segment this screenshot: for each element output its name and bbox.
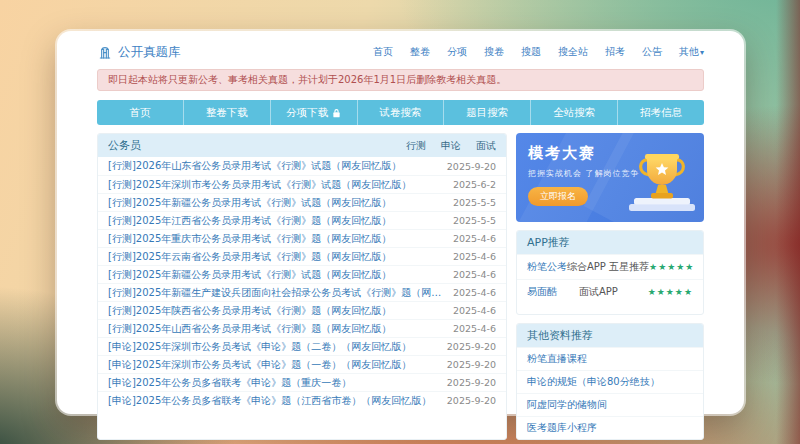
resource-row: 申论的规矩（申论80分绝技） bbox=[517, 370, 703, 393]
banner-subtitle: 把握实战机会 了解岗位竞争 bbox=[528, 168, 692, 179]
exam-row: [申论]2025年深圳市公务员考试《申论》题（二卷）（网友回忆版）2025-9-… bbox=[98, 337, 506, 355]
exam-row: [行测]2026年山东省公务员录用考试《行测》试题（网友回忆版）2025-9-2… bbox=[98, 157, 506, 175]
exam-link[interactable]: [行测]2025年深圳市考公务员录用考试《行测》试题（网友回忆版） bbox=[108, 178, 411, 192]
tab-mianshi[interactable]: 面试 bbox=[476, 139, 496, 153]
app-name-link[interactable]: 易面酷 bbox=[527, 285, 579, 299]
exam-link[interactable]: [行测]2026年山东省公务员录用考试《行测》试题（网友回忆版） bbox=[108, 159, 401, 173]
exam-row: [行测]2025年陕西省公务员录用考试《行测》题（网友回忆版）2025-4-6 bbox=[98, 301, 506, 319]
exam-date: 2025-4-6 bbox=[453, 323, 496, 334]
resources-panel-header: 其他资料推荐 bbox=[517, 324, 703, 347]
menu-item-site-search[interactable]: 全站搜索 bbox=[531, 100, 618, 125]
exam-date: 2025-9-20 bbox=[447, 161, 496, 172]
resource-row: 阿虚同学的储物间 bbox=[517, 393, 703, 416]
page-background: { "brand": { "name": "公开真题库" }, "icons":… bbox=[0, 0, 800, 444]
menu-item-label: 招考信息 bbox=[640, 106, 682, 120]
mock-contest-banner[interactable]: 模考大赛 把握实战机会 了解岗位竞争 立即报名 bbox=[516, 133, 704, 222]
signup-button[interactable]: 立即报名 bbox=[528, 187, 588, 206]
exam-row: [行测]2025年新疆生产建设兵团面向社会招录公务员考试《行测》题（网友回忆版）… bbox=[98, 283, 506, 301]
exam-panel-header: 公务员 行测 申论 面试 bbox=[98, 134, 506, 157]
exam-link[interactable]: [申论]2025年公务员多省联考《申论》题（重庆一卷） bbox=[108, 376, 351, 390]
exam-date: 2025-5-5 bbox=[453, 215, 496, 226]
resource-link[interactable]: 阿虚同学的储物间 bbox=[527, 399, 607, 410]
top-nav-item-sections[interactable]: 分项 bbox=[447, 45, 467, 59]
exam-date: 2025-9-20 bbox=[447, 359, 496, 370]
brand[interactable]: 公开真题库 bbox=[97, 44, 181, 61]
exam-row: [行测]2025年江西省公务员录用考试《行测》题（网友回忆版）2025-5-5 bbox=[98, 211, 506, 229]
exam-link[interactable]: [行测]2025年云南省公务员录用考试《行测》题（网友回忆版） bbox=[108, 250, 391, 264]
exam-date: 2025-4-6 bbox=[453, 251, 496, 262]
app-row: 易面酷 面试APP ★★★★★ bbox=[517, 279, 703, 304]
caret-down-icon: ▾ bbox=[700, 48, 704, 57]
resource-link[interactable]: 申论的规矩（申论80分绝技） bbox=[527, 376, 660, 387]
exam-link[interactable]: [行测]2025年新疆公务员录用考试《行测》试题（网友回忆版） bbox=[108, 196, 391, 210]
exam-row: [申论]2025年公务员多省联考《申论》题（重庆一卷）2025-9-20 bbox=[98, 373, 506, 391]
exam-link[interactable]: [行测]2025年新疆公务员录用考试《行测》试题（网友回忆版） bbox=[108, 268, 391, 282]
app-panel-header: APP推荐 bbox=[517, 231, 703, 254]
app-panel-spacer bbox=[517, 304, 703, 314]
banner-title: 模考大赛 bbox=[528, 144, 692, 163]
exam-row: [行测]2025年重庆市公务员录用考试《行测》题（网友回忆版）2025-4-6 bbox=[98, 229, 506, 247]
exam-row: [申论]2025年深圳市公务员考试《申论》题（一卷）（网友回忆版）2025-9-… bbox=[98, 355, 506, 373]
menu-item-full-download[interactable]: 整卷下载 bbox=[184, 100, 271, 125]
exam-link[interactable]: [申论]2025年深圳市公务员考试《申论》题（一卷）（网友回忆版） bbox=[108, 358, 411, 372]
resources-panel-title: 其他资料推荐 bbox=[527, 328, 593, 343]
exam-link[interactable]: [行测]2025年重庆市公务员录用考试《行测》题（网友回忆版） bbox=[108, 232, 391, 246]
top-nav-item-search-paper[interactable]: 搜卷 bbox=[484, 45, 504, 59]
menu-item-label: 首页 bbox=[129, 106, 150, 120]
top-nav-item-announcements[interactable]: 公告 bbox=[642, 45, 662, 59]
resources-panel: 其他资料推荐 粉笔直播课程 申论的规矩（申论80分绝技） 阿虚同学的储物间 医考… bbox=[516, 323, 704, 440]
right-sidebar: 模考大赛 把握实战机会 了解岗位竞争 立即报名 bbox=[516, 133, 704, 440]
exam-date: 2025-4-6 bbox=[453, 305, 496, 316]
menu-item-label: 整卷下载 bbox=[206, 106, 248, 120]
exam-link[interactable]: [申论]2025年公务员多省联考《申论》题（江西省市卷）（网友回忆版） bbox=[108, 394, 431, 408]
app-desc: 面试APP bbox=[579, 285, 648, 299]
menu-item-home[interactable]: 首页 bbox=[97, 100, 184, 125]
app-stars: ★★★★★ bbox=[648, 287, 693, 297]
top-nav-item-search-site[interactable]: 搜全站 bbox=[558, 45, 588, 59]
top-nav-item-home[interactable]: 首页 bbox=[373, 45, 393, 59]
exam-link[interactable]: [行测]2025年新疆生产建设兵团面向社会招录公务员考试《行测》题（网友回忆版） bbox=[108, 286, 445, 300]
resource-link[interactable]: 医考题库小程序 bbox=[527, 422, 597, 433]
exam-link[interactable]: [行测]2025年山西省公务员录用考试《行测》题（网友回忆版） bbox=[108, 322, 391, 336]
exam-date: 2025-4-6 bbox=[453, 269, 496, 280]
menu-item-section-download[interactable]: 分项下载 bbox=[271, 100, 358, 125]
site-header: 公开真题库 首页 整卷 分项 搜卷 搜题 搜全站 招考 公告 其他▾ bbox=[97, 40, 704, 64]
exam-date: 2025-9-20 bbox=[447, 395, 496, 406]
menu-bar: 首页 整卷下载 分项下载 试卷搜索 题目搜索 全站搜索 招考信息 bbox=[97, 100, 704, 125]
top-nav-item-more[interactable]: 其他▾ bbox=[679, 45, 704, 59]
menu-item-label: 题目搜索 bbox=[466, 106, 508, 120]
resource-link[interactable]: 粉笔直播课程 bbox=[527, 353, 587, 364]
notice-text: 即日起本站将只更新公考、事考相关真题，并计划于2026年1月1日后删除教考相关真… bbox=[108, 74, 506, 85]
top-nav-item-full-papers[interactable]: 整卷 bbox=[410, 45, 430, 59]
resource-row: 粉笔直播课程 bbox=[517, 347, 703, 370]
app-desc: 综合APP 五星推荐 bbox=[567, 260, 649, 274]
exam-date: 2025-9-20 bbox=[447, 377, 496, 388]
exam-row: [行测]2025年山西省公务员录用考试《行测》题（网友回忆版）2025-4-6 bbox=[98, 319, 506, 337]
logo-icon bbox=[97, 44, 113, 60]
app-panel: APP推荐 粉笔公考 综合APP 五星推荐 ★★★★★ 易面酷 面试APP ★★… bbox=[516, 230, 704, 315]
main-card: 公开真题库 首页 整卷 分项 搜卷 搜题 搜全站 招考 公告 其他▾ 即日起本站… bbox=[57, 31, 744, 414]
lock-icon bbox=[332, 108, 341, 118]
app-name-link[interactable]: 粉笔公考 bbox=[527, 260, 567, 274]
resource-row: 医考题库小程序 bbox=[517, 416, 703, 439]
tab-shenlun[interactable]: 申论 bbox=[441, 139, 461, 153]
exam-date: 2025-4-6 bbox=[453, 233, 496, 244]
exam-row: [申论]2025年公务员多省联考《申论》题（江西省市卷）（网友回忆版）2025-… bbox=[98, 391, 506, 409]
exam-panel: 公务员 行测 申论 面试 [行测]2026年山东省公务员录用考试《行测》试题（网… bbox=[97, 133, 507, 440]
menu-item-question-search[interactable]: 题目搜索 bbox=[444, 100, 531, 125]
exam-link[interactable]: [行测]2025年江西省公务员录用考试《行测》题（网友回忆版） bbox=[108, 214, 391, 228]
menu-item-paper-search[interactable]: 试卷搜索 bbox=[358, 100, 445, 125]
menu-item-label: 分项下载 bbox=[286, 106, 328, 120]
exam-link[interactable]: [行测]2025年陕西省公务员录用考试《行测》题（网友回忆版） bbox=[108, 304, 391, 318]
top-nav-item-recruit[interactable]: 招考 bbox=[605, 45, 625, 59]
notice-bar: 即日起本站将只更新公考、事考相关真题，并计划于2026年1月1日后删除教考相关真… bbox=[97, 69, 704, 91]
exam-link[interactable]: [申论]2025年深圳市公务员考试《申论》题（二卷）（网友回忆版） bbox=[108, 340, 411, 354]
top-nav-more-label: 其他 bbox=[679, 46, 699, 57]
exam-date: 2025-6-2 bbox=[453, 179, 496, 190]
app-panel-title: APP推荐 bbox=[527, 235, 570, 250]
top-nav-item-search-question[interactable]: 搜题 bbox=[521, 45, 541, 59]
tab-xingce[interactable]: 行测 bbox=[406, 139, 426, 153]
menu-item-recruit-info[interactable]: 招考信息 bbox=[618, 100, 704, 125]
exam-date: 2025-4-6 bbox=[453, 287, 496, 298]
main-content: 公务员 行测 申论 面试 [行测]2026年山东省公务员录用考试《行测》试题（网… bbox=[97, 133, 704, 440]
